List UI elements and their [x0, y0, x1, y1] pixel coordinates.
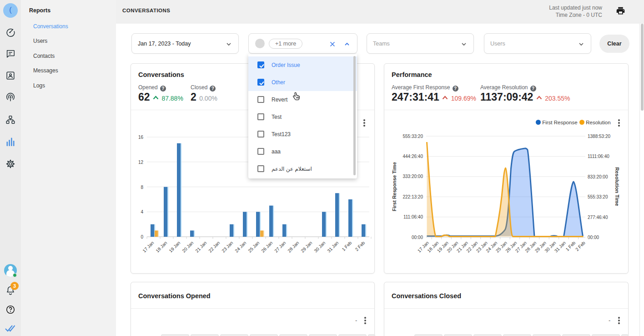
svg-text:22 Jan: 22 Jan — [207, 240, 221, 254]
svg-text:31 Jan: 31 Jan — [553, 240, 567, 254]
svg-text:444:26:40: 444:26:40 — [403, 154, 423, 159]
svg-text:12: 12 — [138, 160, 144, 165]
svg-text:111:06:40: 111:06:40 — [403, 214, 423, 219]
svg-text:20 Jan: 20 Jan — [181, 240, 194, 254]
svg-text:26 Jan: 26 Jan — [260, 240, 273, 254]
svg-text:1111:06:40: 1111:06:40 — [588, 154, 609, 159]
svg-text:27 Jan: 27 Jan — [273, 240, 287, 254]
svg-text:4: 4 — [141, 209, 143, 214]
svg-text:31 Jan: 31 Jan — [326, 240, 339, 254]
svg-text:1388:53:20: 1388:53:20 — [588, 134, 610, 139]
svg-text:1 Feb: 1 Feb — [341, 240, 353, 252]
svg-text:0: 0 — [141, 234, 143, 239]
svg-text:2 Feb: 2 Feb — [574, 240, 586, 252]
svg-text:30 Jan: 30 Jan — [313, 240, 326, 254]
svg-text:222:13:20: 222:13:20 — [403, 194, 423, 199]
svg-text:1 Feb: 1 Feb — [565, 240, 577, 252]
svg-text:25 Jan: 25 Jan — [247, 240, 260, 254]
svg-text:00:00: 00:00 — [588, 235, 599, 240]
svg-text:21 Jan: 21 Jan — [194, 240, 207, 254]
svg-text:00:00: 00:00 — [412, 235, 423, 240]
svg-text:17 Jan: 17 Jan — [141, 240, 155, 254]
svg-text:555:33:20: 555:33:20 — [588, 194, 608, 199]
svg-text:16: 16 — [138, 135, 144, 140]
svg-text:24 Jan: 24 Jan — [234, 240, 247, 254]
svg-text:29 Jan: 29 Jan — [300, 240, 313, 254]
svg-text:First Response Time: First Response Time — [392, 162, 397, 211]
svg-text:833:20:00: 833:20:00 — [588, 174, 608, 179]
svg-text:333:20:00: 333:20:00 — [403, 174, 423, 179]
svg-text:19 Jan: 19 Jan — [168, 240, 181, 254]
svg-text:18 Jan: 18 Jan — [155, 240, 168, 254]
svg-text:277:46:40: 277:46:40 — [588, 215, 608, 220]
svg-text:555:33:20: 555:33:20 — [403, 134, 423, 139]
svg-text:28 Jan: 28 Jan — [287, 240, 300, 254]
svg-text:8: 8 — [141, 185, 143, 190]
svg-text:23 Jan: 23 Jan — [221, 240, 234, 254]
svg-text:2 Feb: 2 Feb — [354, 240, 366, 252]
svg-text:Resolution Time: Resolution Time — [614, 167, 620, 206]
